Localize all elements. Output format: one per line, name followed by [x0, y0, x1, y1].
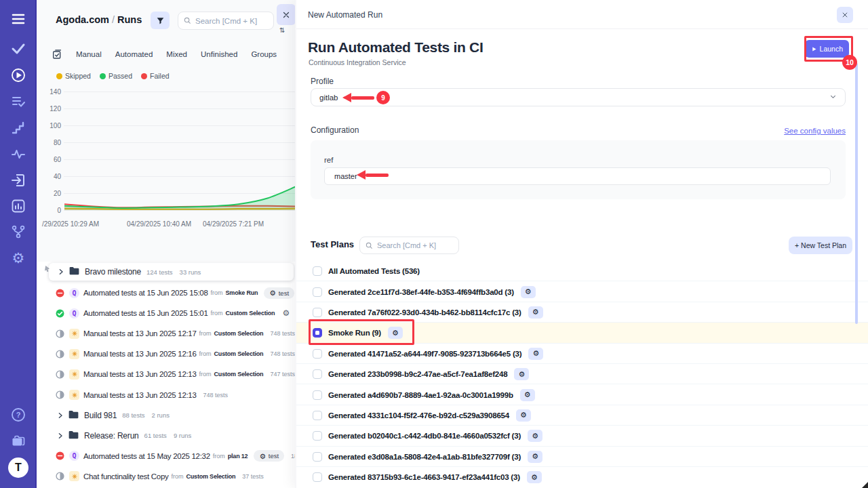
test-plan-checkbox[interactable] [313, 431, 322, 441]
test-plan-label[interactable]: Generated 41471a52-a644-49f7-9085-923713… [328, 350, 521, 358]
folder-name[interactable]: Bravo milestone [85, 267, 141, 277]
test-plan-label[interactable]: Generated a4d690b7-8889-4ae1-92aa-0c3001… [328, 391, 513, 399]
tab-unfinished[interactable]: Unfinished [201, 50, 237, 58]
settings-icon[interactable]: ⚙ [11, 251, 26, 266]
tab-groups[interactable]: Groups [251, 50, 277, 58]
test-plan-row[interactable]: Generated e3d08a1a-5808-42e4-a1ab-81bfe3… [296, 447, 868, 467]
run-source[interactable]: Smoke Run [226, 289, 258, 296]
ref-input[interactable]: master [324, 167, 831, 185]
run-test-badge[interactable]: ⚙test [264, 287, 294, 299]
folders-icon[interactable] [11, 434, 26, 449]
run-folder-row[interactable]: Release: Rerun61 tests9 runs [37, 426, 296, 446]
run-row[interactable]: QAutomated tests at 15 Jun 2025 15:01fro… [37, 303, 296, 323]
test-plan-checkbox[interactable] [313, 349, 322, 359]
menu-icon[interactable] [11, 12, 26, 26]
workspace-logo[interactable]: T [8, 458, 28, 478]
folder-name[interactable]: Build 981 [84, 411, 117, 420]
panel-close-button[interactable] [277, 4, 296, 25]
test-plan-row[interactable]: Generated 2ce11f7d-38ef-44fe-b353-4f694f… [296, 281, 868, 302]
test-plan-settings-icon[interactable]: ⚙ [528, 451, 542, 463]
run-folder-row[interactable]: Build 98188 tests2 runs [37, 405, 296, 426]
breadcrumb-project[interactable]: Agoda.com [56, 14, 109, 25]
run-name[interactable]: Manual tests at 13 Jun 2025 12:17 [83, 329, 197, 338]
test-plan-checkbox[interactable] [313, 308, 322, 317]
steps-icon[interactable] [11, 121, 26, 136]
test-plan-settings-icon[interactable]: ⚙ [528, 348, 543, 360]
test-plan-settings-icon[interactable]: ⚙ [527, 471, 542, 483]
filter-button[interactable] [151, 12, 170, 29]
run-name[interactable]: Automated tests at 15 Jun 2025 15:01 [83, 309, 208, 317]
chevron-right-icon[interactable] [58, 268, 64, 275]
test-plan-label[interactable]: Generated 4331c104-f5f2-476e-b92d-c529a3… [328, 411, 509, 420]
run-row[interactable]: Chat functinality test CopyfromCustom Se… [37, 466, 296, 487]
run-row[interactable]: Manual tests at 13 Jun 2025 12:13748 tes… [37, 384, 296, 405]
test-plan-settings-icon[interactable]: ⚙ [528, 306, 543, 319]
run-source[interactable]: Custom Selection [214, 371, 264, 378]
test-plans-search-input[interactable]: Search [Cmd + K] [359, 237, 459, 254]
test-plan-label[interactable]: Generated 7a76f022-93d0-434b-b462-bb8114… [328, 308, 521, 317]
run-settings-icon[interactable]: ⚙ [282, 309, 290, 317]
run-source[interactable]: plan 12 [228, 453, 248, 460]
test-plan-label[interactable]: Generated 233b0998-b9c2-47ae-a5cf-7ea1af… [328, 370, 507, 378]
run-row[interactable]: QAutomated tests at 15 Jun 2025 15:08fro… [37, 283, 296, 303]
test-plan-row[interactable]: Generated b02040c1-c442-4db0-841e-4660a0… [296, 426, 868, 446]
git-branch-icon[interactable] [11, 224, 26, 239]
test-plan-label[interactable]: All Automated Tests (536) [328, 267, 420, 275]
test-plan-settings-icon[interactable]: ⚙ [528, 430, 542, 442]
run-name[interactable]: Chat functinality test Copy [83, 472, 169, 481]
run-row[interactable]: Manual tests at 13 Jun 2025 12:17fromCus… [37, 323, 296, 344]
run-name[interactable]: Manual tests at 13 Jun 2025 12:16 [83, 350, 197, 358]
test-plan-checkbox[interactable] [313, 266, 322, 276]
run-name[interactable]: Manual tests at 13 Jun 2025 12:13 [83, 391, 197, 399]
bar-chart-icon[interactable] [11, 199, 26, 214]
run-name[interactable]: Automated tests at 15 Jun 2025 15:08 [83, 289, 208, 297]
chevron-right-icon[interactable] [57, 432, 64, 439]
new-test-plan-button[interactable]: + New Test Plan [789, 237, 852, 254]
test-plan-row[interactable]: Generated 4331c104-f5f2-476e-b92d-c529a3… [296, 405, 868, 426]
test-plan-row[interactable]: Generated 83715b93-6c1e-4663-9417-ef23a4… [296, 467, 868, 487]
drawer-close-button[interactable] [837, 7, 853, 23]
run-name[interactable]: Automated tests at 15 May 2025 12:32 [83, 452, 210, 460]
run-source[interactable]: Custom Selection [214, 350, 264, 357]
breadcrumb-page[interactable]: Runs [117, 14, 142, 25]
tab-automated[interactable]: Automated [115, 50, 153, 58]
test-plan-checkbox[interactable] [313, 472, 322, 482]
help-icon[interactable]: ? [11, 407, 26, 422]
test-plan-label[interactable]: Generated b02040c1-c442-4db0-841e-4660a0… [328, 432, 521, 440]
profile-select[interactable]: gitlab [311, 88, 846, 106]
test-plan-row[interactable]: Generated 233b0998-b9c2-47ae-a5cf-7ea1af… [296, 364, 868, 384]
test-plan-label[interactable]: Generated 2ce11f7d-38ef-44fe-b353-4f694f… [328, 288, 514, 296]
run-test-badge[interactable]: ⚙test [254, 450, 284, 462]
run-source[interactable]: Custom Selection [186, 473, 236, 480]
test-plan-row[interactable]: Generated 41471a52-a644-49f7-9085-923713… [296, 344, 868, 364]
test-plan-row[interactable]: Generated a4d690b7-8889-4ae1-92aa-0c3001… [296, 384, 868, 405]
folder-name[interactable]: Release: Rerun [84, 431, 139, 441]
run-folder-bravo[interactable]: Bravo milestone124 tests33 runs [49, 263, 294, 281]
breadcrumb[interactable]: Agoda.com/Runs [56, 14, 142, 25]
activity-icon[interactable] [11, 146, 26, 161]
test-plan-checkbox[interactable] [313, 390, 322, 400]
run-source[interactable]: Custom Selection [226, 310, 275, 317]
sort-icon[interactable]: ⇅ [279, 26, 284, 34]
test-plan-settings-icon[interactable]: ⚙ [520, 389, 535, 401]
test-plan-settings-icon[interactable]: ⚙ [514, 368, 529, 380]
chevron-right-icon[interactable] [57, 412, 64, 419]
test-plan-settings-icon[interactable]: ⚙ [516, 409, 531, 422]
check-icon[interactable] [11, 41, 26, 56]
test-plan-label[interactable]: Generated 83715b93-6c1e-4663-9417-ef23a4… [328, 473, 520, 481]
test-plan-row[interactable]: All Automated Tests (536) [296, 261, 868, 281]
test-plan-checkbox[interactable] [313, 452, 322, 462]
play-icon[interactable] [11, 68, 26, 83]
tab-manual[interactable]: Manual [76, 50, 102, 58]
import-icon[interactable] [11, 173, 26, 188]
see-config-values-link[interactable]: See config values [784, 127, 846, 135]
drawer-scrollbar[interactable] [855, 63, 858, 324]
list-check-icon[interactable] [11, 94, 26, 109]
test-plan-checkbox[interactable] [313, 287, 322, 297]
run-name[interactable]: Manual tests at 13 Jun 2025 12:13 [83, 370, 197, 378]
test-plan-label[interactable]: Generated e3d08a1a-5808-42e4-a1ab-81bfe3… [328, 453, 521, 461]
tab-mixed[interactable]: Mixed [166, 50, 187, 58]
select-runs-icon[interactable] [52, 49, 62, 60]
test-plan-checkbox[interactable] [313, 411, 322, 420]
test-plan-settings-icon[interactable]: ⚙ [521, 286, 536, 298]
